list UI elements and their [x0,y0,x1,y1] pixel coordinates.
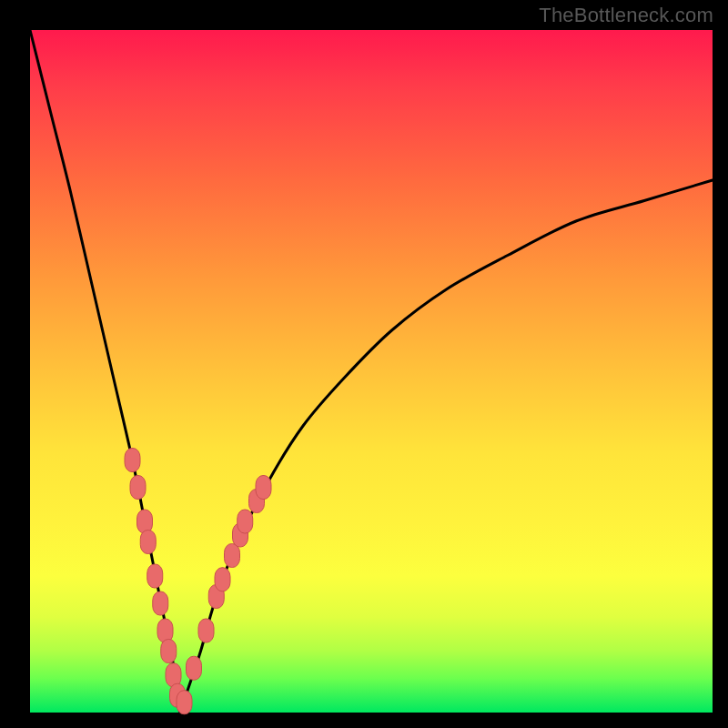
chart-frame: TheBottleneck.com [0,0,728,728]
marker-point [256,476,271,500]
marker-point [187,656,202,680]
marker-point [125,449,140,472]
bottleneck-curve [30,30,713,713]
marker-point [238,510,253,533]
marker-point [161,640,177,663]
marker-point [137,510,153,533]
marker-point [147,564,163,588]
marker-point [225,544,240,568]
curve-layer [30,30,713,713]
marker-point [153,592,168,615]
marker-point [140,531,156,554]
marker-point [215,568,230,592]
marker-point [177,691,192,714]
marker-point [157,619,173,642]
plot-area [30,30,713,713]
sample-markers [125,449,271,714]
marker-point [130,476,146,500]
marker-point [198,619,214,642]
watermark-text: TheBottleneck.com [539,4,713,27]
